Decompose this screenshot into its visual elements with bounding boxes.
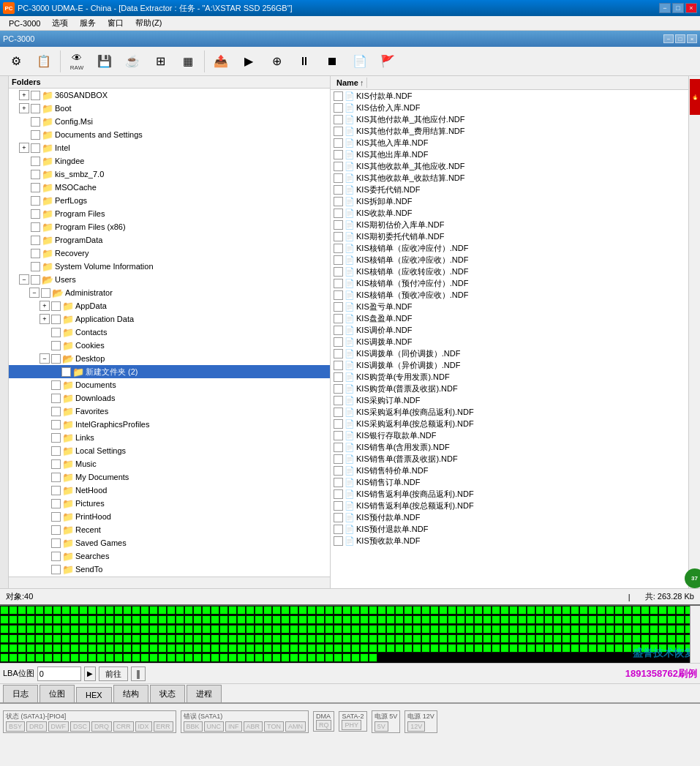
folder-checkbox[interactable] xyxy=(31,275,40,285)
flag-button[interactable]: 🚩 xyxy=(375,49,401,74)
file-item[interactable]: 📄KIS销售订单.NDF xyxy=(331,476,688,488)
folder-checkbox[interactable] xyxy=(51,394,61,403)
file-item[interactable]: 📄KIS调拨单.NDF xyxy=(331,336,688,348)
file-item[interactable]: 📄KIS销售特价单.NDF xyxy=(331,465,688,476)
file-checkbox[interactable] xyxy=(334,501,343,511)
file-item[interactable]: 📄KIS其他付款单_费用结算.NDF xyxy=(331,125,688,137)
tree-item[interactable]: 📁ProgramData xyxy=(9,233,330,247)
tree-item[interactable]: 📁IntelGraphicsProfiles xyxy=(9,418,330,431)
tree-item[interactable]: +📁360SANDBOX xyxy=(9,89,330,102)
folder-checkbox[interactable] xyxy=(51,473,61,482)
file-checkbox[interactable] xyxy=(334,232,343,241)
file-checkbox[interactable] xyxy=(334,138,343,148)
tree-item[interactable]: 📁Documents xyxy=(9,378,330,391)
expand-button[interactable]: − xyxy=(39,353,50,364)
tab-状态[interactable]: 状态 xyxy=(150,685,185,702)
file-item[interactable]: 📄KIS其他出库单.NDF xyxy=(331,149,688,160)
file-checkbox[interactable] xyxy=(334,361,343,370)
folder-checkbox[interactable] xyxy=(31,104,40,113)
folder-checkbox[interactable] xyxy=(51,459,61,469)
folder-checkbox[interactable] xyxy=(51,499,61,508)
folder-checkbox[interactable] xyxy=(31,130,40,140)
tree-item[interactable]: 📁Recovery xyxy=(9,247,330,260)
tree-item[interactable]: 📁Documents and Settings xyxy=(9,128,330,141)
file-item[interactable]: 📄KIS其他收款单_其他应收.NDF xyxy=(331,160,688,172)
tree-item[interactable]: −📂Users xyxy=(9,273,330,286)
file-checkbox[interactable] xyxy=(334,267,343,277)
folder-checkbox[interactable] xyxy=(31,249,40,258)
close-button[interactable]: × xyxy=(685,3,697,13)
menu-item-0[interactable]: PC-3000 xyxy=(3,18,46,29)
tree-item[interactable]: 📁kis_smbz_7.0 xyxy=(9,168,330,181)
file-checkbox[interactable] xyxy=(334,220,343,230)
file-checkbox[interactable] xyxy=(334,162,343,171)
file-checkbox[interactable] xyxy=(334,302,343,312)
folder-checkbox[interactable] xyxy=(31,117,40,127)
tree-item[interactable]: 📁Local Settings xyxy=(9,444,330,457)
file-item[interactable]: 📄KIS购货单(普票及收据).NDF xyxy=(331,383,688,394)
file-item[interactable]: 📄KIS预付款单.NDF xyxy=(331,511,688,523)
tree-item[interactable]: +📁Intel xyxy=(9,141,330,154)
file-checkbox[interactable] xyxy=(334,384,343,394)
tree-item[interactable]: 📁Contacts xyxy=(9,326,330,339)
folder-checkbox[interactable] xyxy=(51,407,61,416)
tree-item[interactable]: 📁System Volume Information xyxy=(9,260,330,273)
file-checkbox[interactable] xyxy=(334,173,343,183)
file-checkbox[interactable] xyxy=(334,244,343,253)
tree-item[interactable]: 📁Pictures xyxy=(9,497,330,510)
folder-checkbox[interactable] xyxy=(31,262,40,271)
file-checkbox[interactable] xyxy=(334,150,343,159)
folder-checkbox[interactable] xyxy=(41,288,50,298)
lba-nav-button[interactable]: 前往 xyxy=(99,667,128,681)
folder-checkbox[interactable] xyxy=(31,236,40,245)
file-item[interactable]: 📄KIS拆卸单.NDF xyxy=(331,195,688,207)
tree-item[interactable]: 📁Searches xyxy=(9,549,330,563)
tree-item[interactable]: 📁SendTo xyxy=(9,563,330,576)
folder-tree[interactable]: +📁360SANDBOX+📁Boot📁Config.Msi📁Documents … xyxy=(9,89,330,577)
folder-checkbox[interactable] xyxy=(51,315,61,324)
file-item[interactable]: 📄KIS收款单.NDF xyxy=(331,207,688,219)
pause-button[interactable]: ⏸ xyxy=(291,49,317,74)
file-item[interactable]: 📄KIS采购返利单(按总额返利).NDF xyxy=(331,418,688,429)
file-item[interactable]: 📄KIS付款单.NDF xyxy=(331,90,688,102)
play-button[interactable]: ▶ xyxy=(236,49,262,74)
tab-HEX[interactable]: HEX xyxy=(76,687,112,702)
file-checkbox[interactable] xyxy=(334,408,343,417)
tree-item[interactable]: 📁Recent xyxy=(9,523,330,536)
tree-item[interactable]: 📁Favorites xyxy=(9,405,330,418)
file-item[interactable]: 📄KIS销售单(含用发票).NDF xyxy=(331,441,688,453)
tree-item[interactable]: 📁PrintHood xyxy=(9,510,330,523)
expand-button[interactable]: + xyxy=(39,301,50,311)
file-checkbox[interactable] xyxy=(334,466,343,476)
tree-item[interactable]: 📁NetHood xyxy=(9,484,330,497)
extract-button[interactable]: ⊕ xyxy=(263,49,290,74)
folder-checkbox[interactable] xyxy=(51,380,61,390)
tab-结构[interactable]: 结构 xyxy=(113,685,148,702)
file-checkbox[interactable] xyxy=(334,279,343,288)
expand-button[interactable]: − xyxy=(29,288,39,298)
file-checkbox[interactable] xyxy=(334,454,343,464)
file-checkbox[interactable] xyxy=(334,290,343,300)
stop-button[interactable]: ⏹ xyxy=(319,49,345,74)
tree-item[interactable]: 📁My Documents xyxy=(9,470,330,484)
file-item[interactable]: 📄KIS盘盈单.NDF xyxy=(331,312,688,324)
file-checkbox[interactable] xyxy=(334,525,343,534)
disk-button[interactable]: 💾 xyxy=(91,49,118,74)
file-item[interactable]: 📄KIS采购返利单(按商品返利).NDF xyxy=(331,406,688,418)
folder-checkbox[interactable] xyxy=(51,433,61,443)
import-button[interactable]: 📋 xyxy=(31,49,57,74)
file-item[interactable]: 📄KIS其他付款单_其他应付.NDF xyxy=(331,113,688,125)
folder-checkbox[interactable] xyxy=(31,91,40,100)
cup-button[interactable]: ☕ xyxy=(119,49,146,74)
menu-item-3[interactable]: 窗口 xyxy=(102,16,129,30)
file-checkbox[interactable] xyxy=(334,431,343,440)
tree-item[interactable]: +📁Boot xyxy=(9,102,330,115)
file-item[interactable]: 📄KIS核销单（预收冲应收）.NDF xyxy=(331,289,688,301)
tree-item[interactable]: 📁PerfLogs xyxy=(9,194,330,207)
folder-checkbox[interactable] xyxy=(51,354,61,364)
file-checkbox[interactable] xyxy=(334,372,343,382)
scan-button[interactable]: 👁 RAW xyxy=(64,49,90,74)
file-checkbox[interactable] xyxy=(334,197,343,206)
file-checkbox[interactable] xyxy=(334,91,343,101)
tree-item[interactable]: 📁Config.Msi xyxy=(9,115,330,128)
